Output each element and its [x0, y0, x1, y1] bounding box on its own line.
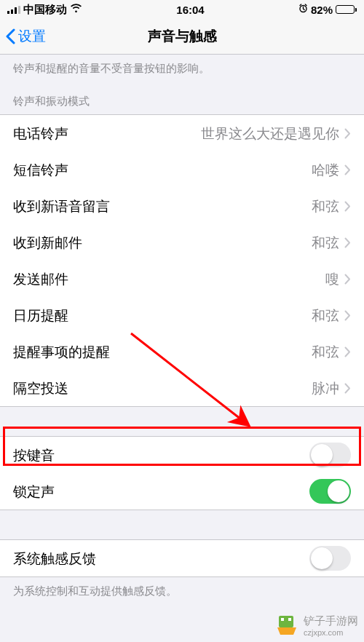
item-value: 和弦 — [312, 234, 339, 252]
list-item[interactable]: 收到新语音留言和弦 — [0, 188, 364, 224]
section-header-ringtone: 铃声和振动模式 — [0, 82, 364, 114]
item-label: 发送邮件 — [13, 270, 325, 288]
item-label: 按键音 — [13, 446, 309, 464]
watermark-logo-icon — [274, 613, 299, 638]
chevron-right-icon — [344, 346, 351, 357]
item-value: 脉冲 — [312, 379, 339, 397]
haptic-list: 系统触感反馈 — [0, 539, 364, 577]
chevron-right-icon — [344, 310, 351, 321]
chevron-right-icon — [344, 237, 351, 248]
page-title: 声音与触感 — [148, 27, 217, 46]
list-item: 锁定声 — [0, 473, 364, 510]
signal-icon — [7, 6, 20, 14]
list-item[interactable]: 收到新邮件和弦 — [0, 224, 364, 261]
sound-toggle-list: 按键音锁定声 — [0, 436, 364, 510]
item-value: 世界这么大还是遇见你 — [201, 124, 339, 143]
volume-description: 铃声和提醒的音量不受音量按钮的影响。 — [0, 55, 364, 82]
wifi-icon — [70, 4, 82, 15]
item-label: 系统触感反馈 — [13, 550, 309, 568]
battery-icon — [336, 5, 357, 14]
chevron-right-icon — [344, 165, 351, 175]
nav-bar: 设置 声音与触感 — [0, 19, 364, 55]
item-label: 锁定声 — [13, 483, 309, 501]
status-bar: 中国移动 16:04 82% — [0, 0, 364, 19]
list-item: 按键音 — [0, 437, 364, 473]
ringtone-list: 电话铃声世界这么大还是遇见你短信铃声哈喽收到新语音留言和弦收到新邮件和弦发送邮件… — [0, 114, 364, 407]
item-value: 和弦 — [312, 306, 339, 325]
carrier-label: 中国移动 — [23, 3, 67, 17]
status-left: 中国移动 — [7, 3, 82, 17]
list-item[interactable]: 隔空投送脉冲 — [0, 370, 364, 406]
list-item[interactable]: 电话铃声世界这么大还是遇见你 — [0, 115, 364, 151]
chevron-right-icon — [344, 383, 351, 394]
svg-rect-4 — [288, 618, 291, 621]
list-item[interactable]: 日历提醒和弦 — [0, 297, 364, 333]
chevron-right-icon — [344, 128, 351, 139]
spacer — [0, 407, 364, 436]
item-label: 收到新邮件 — [13, 234, 312, 252]
item-label: 短信铃声 — [13, 161, 312, 179]
item-label: 收到新语音留言 — [13, 197, 312, 215]
list-item[interactable]: 发送邮件嗖 — [0, 261, 364, 297]
item-value: 和弦 — [312, 197, 339, 215]
toggle-switch[interactable] — [309, 479, 351, 504]
back-label: 设置 — [18, 27, 46, 46]
watermark: 铲子手游网 czjxpx.com — [274, 613, 358, 638]
item-value: 和弦 — [312, 343, 339, 361]
svg-rect-2 — [279, 616, 293, 627]
item-label: 隔空投送 — [13, 379, 312, 397]
item-label: 日历提醒 — [13, 306, 312, 325]
item-label: 提醒事项的提醒 — [13, 343, 312, 361]
list-item: 系统触感反馈 — [0, 540, 364, 576]
item-value: 嗖 — [325, 270, 339, 288]
back-button[interactable]: 设置 — [0, 27, 46, 46]
back-chevron-icon — [5, 28, 15, 44]
chevron-right-icon — [344, 201, 351, 212]
spacer — [0, 510, 364, 539]
item-value: 哈喽 — [312, 161, 339, 179]
chevron-right-icon — [344, 274, 351, 285]
status-right: 82% — [298, 4, 357, 16]
haptic-description: 为系统控制和互动提供触感反馈。 — [0, 577, 364, 606]
item-label: 电话铃声 — [13, 124, 201, 143]
status-time: 16:04 — [176, 4, 204, 16]
watermark-url: czjxpx.com — [304, 628, 358, 637]
battery-percent: 82% — [311, 4, 333, 16]
toggle-switch[interactable] — [309, 546, 351, 571]
list-item[interactable]: 提醒事项的提醒和弦 — [0, 333, 364, 370]
list-item[interactable]: 短信铃声哈喽 — [0, 151, 364, 188]
watermark-text: 铲子手游网 — [304, 614, 358, 628]
toggle-switch[interactable] — [309, 443, 351, 467]
svg-rect-3 — [281, 618, 284, 621]
alarm-icon — [298, 4, 308, 15]
